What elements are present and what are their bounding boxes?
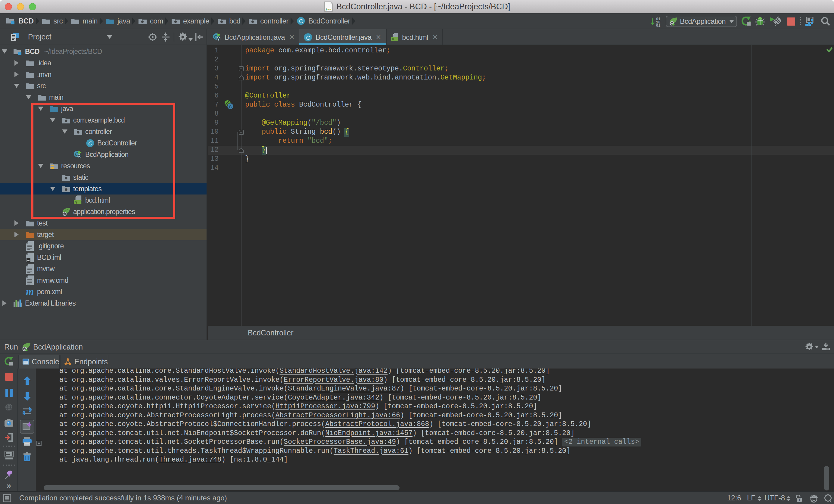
svg-text:c: c: [229, 103, 232, 110]
svg-text:H: H: [392, 37, 394, 41]
svg-text:01: 01: [656, 24, 660, 27]
svg-text:.java: .java: [325, 7, 331, 11]
svg-text:C: C: [306, 34, 310, 41]
svg-text:T: T: [798, 498, 800, 502]
